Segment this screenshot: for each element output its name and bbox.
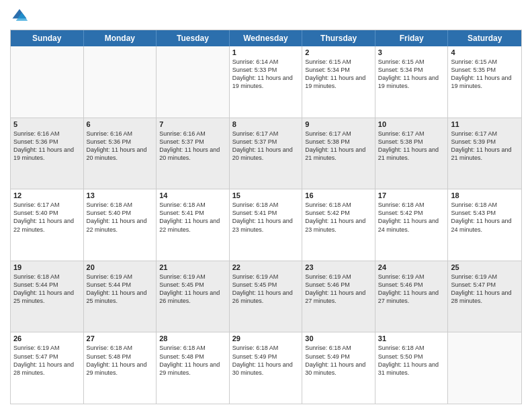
day-number: 16 <box>305 191 372 199</box>
sunrise-info: Sunrise: 6:17 AM <box>451 130 497 137</box>
cell-info: Sunrise: 6:18 AMSunset: 5:48 PMDaylight:… <box>159 344 226 377</box>
sunrise-info: Sunrise: 6:18 AM <box>305 345 351 351</box>
sunset-info: Sunset: 5:41 PM <box>232 210 277 216</box>
day-number: 14 <box>159 191 226 199</box>
daylight-hours: Daylight: 11 hours and 27 minutes. <box>378 289 439 304</box>
calendar-cell: 2Sunrise: 6:15 AMSunset: 5:34 PMDaylight… <box>302 46 375 118</box>
cell-info: Sunrise: 6:16 AMSunset: 5:37 PMDaylight:… <box>159 130 226 163</box>
calendar-cell: 11Sunrise: 6:17 AMSunset: 5:39 PMDayligh… <box>448 118 521 189</box>
day-number: 26 <box>13 334 81 342</box>
calendar-row: 1Sunrise: 6:14 AMSunset: 5:33 PMDaylight… <box>11 46 521 118</box>
daylight-hours: Daylight: 11 hours and 28 minutes. <box>451 289 511 304</box>
cell-info: Sunrise: 6:18 AMSunset: 5:49 PMDaylight:… <box>305 344 372 377</box>
calendar-cell: 20Sunrise: 6:19 AMSunset: 5:44 PMDayligh… <box>84 261 157 332</box>
day-number: 28 <box>159 334 226 342</box>
calendar-cell: 12Sunrise: 6:17 AMSunset: 5:40 PMDayligh… <box>11 189 84 261</box>
daylight-hours: Daylight: 11 hours and 27 minutes. <box>305 289 365 304</box>
day-number: 8 <box>232 120 300 128</box>
calendar-cell <box>157 46 230 118</box>
sunset-info: Sunset: 5:34 PM <box>305 66 350 73</box>
sunrise-info: Sunrise: 6:18 AM <box>159 201 206 208</box>
daylight-hours: Daylight: 11 hours and 20 minutes. <box>232 146 293 161</box>
sunrise-info: Sunrise: 6:18 AM <box>378 345 425 351</box>
weekday-header-monday: Monday <box>84 30 157 46</box>
sunset-info: Sunset: 5:37 PM <box>232 138 277 145</box>
calendar-cell: 14Sunrise: 6:18 AMSunset: 5:41 PMDayligh… <box>157 189 230 261</box>
sunset-info: Sunset: 5:41 PM <box>159 210 204 216</box>
sunset-info: Sunset: 5:48 PM <box>87 353 132 360</box>
sunrise-info: Sunrise: 6:18 AM <box>451 201 497 208</box>
sunset-info: Sunset: 5:39 PM <box>451 138 496 145</box>
cell-info: Sunrise: 6:18 AMSunset: 5:42 PMDaylight:… <box>378 201 445 234</box>
sunset-info: Sunset: 5:47 PM <box>451 281 496 288</box>
calendar-cell: 7Sunrise: 6:16 AMSunset: 5:37 PMDaylight… <box>157 118 230 189</box>
sunrise-info: Sunrise: 6:18 AM <box>305 201 351 208</box>
cell-info: Sunrise: 6:19 AMSunset: 5:47 PMDaylight:… <box>13 344 81 377</box>
sunrise-info: Sunrise: 6:15 AM <box>305 58 351 65</box>
sunrise-info: Sunrise: 6:15 AM <box>378 58 425 65</box>
sunrise-info: Sunrise: 6:19 AM <box>305 273 351 280</box>
sunrise-info: Sunrise: 6:15 AM <box>451 58 497 65</box>
cell-info: Sunrise: 6:18 AMSunset: 5:41 PMDaylight:… <box>232 201 300 234</box>
calendar-cell: 8Sunrise: 6:17 AMSunset: 5:37 PMDaylight… <box>230 118 303 189</box>
sunrise-info: Sunrise: 6:19 AM <box>13 345 60 351</box>
logo <box>10 7 32 26</box>
day-number: 25 <box>451 263 519 271</box>
sunset-info: Sunset: 5:44 PM <box>13 281 58 288</box>
sunrise-info: Sunrise: 6:18 AM <box>159 345 206 351</box>
cell-info: Sunrise: 6:17 AMSunset: 5:38 PMDaylight:… <box>378 130 445 163</box>
sunset-info: Sunset: 5:44 PM <box>87 281 132 288</box>
day-number: 21 <box>159 263 226 271</box>
weekday-header-wednesday: Wednesday <box>230 30 303 46</box>
calendar-cell: 28Sunrise: 6:18 AMSunset: 5:48 PMDayligh… <box>157 332 230 404</box>
daylight-hours: Daylight: 11 hours and 22 minutes. <box>159 218 220 232</box>
daylight-hours: Daylight: 11 hours and 23 minutes. <box>232 218 293 232</box>
daylight-hours: Daylight: 11 hours and 24 minutes. <box>451 218 511 232</box>
sunset-info: Sunset: 5:42 PM <box>305 210 350 216</box>
sunrise-info: Sunrise: 6:17 AM <box>232 130 279 137</box>
sunrise-info: Sunrise: 6:16 AM <box>87 130 133 137</box>
day-number: 7 <box>159 120 226 128</box>
calendar-cell: 24Sunrise: 6:19 AMSunset: 5:46 PMDayligh… <box>375 261 449 332</box>
calendar-cell: 22Sunrise: 6:19 AMSunset: 5:45 PMDayligh… <box>230 261 303 332</box>
sunrise-info: Sunrise: 6:17 AM <box>378 130 425 137</box>
cell-info: Sunrise: 6:19 AMSunset: 5:44 PMDaylight:… <box>87 273 154 306</box>
daylight-hours: Daylight: 11 hours and 19 minutes. <box>305 75 365 89</box>
cell-info: Sunrise: 6:19 AMSunset: 5:45 PMDaylight:… <box>159 273 226 306</box>
calendar-row: 12Sunrise: 6:17 AMSunset: 5:40 PMDayligh… <box>11 189 521 261</box>
daylight-hours: Daylight: 11 hours and 21 minutes. <box>451 146 511 161</box>
daylight-hours: Daylight: 11 hours and 25 minutes. <box>13 289 74 304</box>
calendar-cell <box>448 332 521 404</box>
day-number: 13 <box>87 191 154 199</box>
sunset-info: Sunset: 5:46 PM <box>305 281 350 288</box>
sunrise-info: Sunrise: 6:18 AM <box>13 273 60 280</box>
sunset-info: Sunset: 5:45 PM <box>232 281 277 288</box>
calendar-cell: 23Sunrise: 6:19 AMSunset: 5:46 PMDayligh… <box>302 261 375 332</box>
day-number: 3 <box>378 48 445 56</box>
calendar-cell: 30Sunrise: 6:18 AMSunset: 5:49 PMDayligh… <box>302 332 375 404</box>
calendar-cell: 10Sunrise: 6:17 AMSunset: 5:38 PMDayligh… <box>375 118 449 189</box>
calendar: SundayMondayTuesdayWednesdayThursdayFrid… <box>10 30 522 404</box>
logo-icon <box>10 7 29 26</box>
day-number: 1 <box>232 48 300 56</box>
header <box>10 7 522 26</box>
calendar-row: 26Sunrise: 6:19 AMSunset: 5:47 PMDayligh… <box>11 332 521 404</box>
calendar-row: 5Sunrise: 6:16 AMSunset: 5:36 PMDaylight… <box>11 118 521 190</box>
day-number: 10 <box>378 120 445 128</box>
sunrise-info: Sunrise: 6:19 AM <box>378 273 425 280</box>
day-number: 11 <box>451 120 519 128</box>
calendar-cell: 1Sunrise: 6:14 AMSunset: 5:33 PMDaylight… <box>230 46 303 118</box>
day-number: 19 <box>13 263 81 271</box>
weekday-header-friday: Friday <box>375 30 449 46</box>
daylight-hours: Daylight: 11 hours and 21 minutes. <box>305 146 365 161</box>
calendar-cell: 3Sunrise: 6:15 AMSunset: 5:34 PMDaylight… <box>375 46 449 118</box>
sunset-info: Sunset: 5:46 PM <box>378 281 423 288</box>
weekday-header-thursday: Thursday <box>302 30 375 46</box>
calendar-cell <box>11 46 84 118</box>
calendar-body: 1Sunrise: 6:14 AMSunset: 5:33 PMDaylight… <box>11 46 521 404</box>
sunset-info: Sunset: 5:37 PM <box>159 138 204 145</box>
day-number: 20 <box>87 263 154 271</box>
cell-info: Sunrise: 6:18 AMSunset: 5:41 PMDaylight:… <box>159 201 226 234</box>
daylight-hours: Daylight: 11 hours and 30 minutes. <box>232 361 293 376</box>
day-number: 12 <box>13 191 81 199</box>
